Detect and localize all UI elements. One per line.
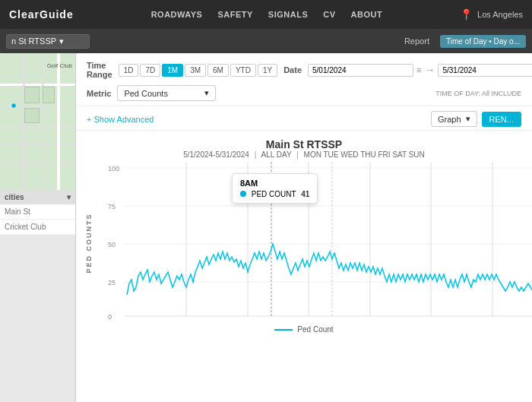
location-select-label: n St RTSSP <box>11 36 56 46</box>
range-1d[interactable]: 1D <box>119 64 139 77</box>
main-container: Golf Club cities ▾ Main St Cricket Club … <box>0 53 532 402</box>
range-1y[interactable]: 1Y <box>258 64 277 77</box>
list-item[interactable]: Cricket Club <box>0 220 75 235</box>
svg-text:25: 25 <box>108 279 116 286</box>
legend-label: Ped Count <box>297 325 333 334</box>
logo-clear: Clear <box>9 8 40 21</box>
chart-legend: Ped Count <box>76 325 532 334</box>
top-navigation: ClearGuide ROADWAYS SAFETY SIGNALS CV AB… <box>0 0 532 29</box>
range-6m[interactable]: 6M <box>207 64 229 77</box>
svg-text:0: 0 <box>108 313 112 321</box>
tooltip-dot-icon <box>240 191 246 197</box>
left-panel: Golf Club cities ▾ Main St Cricket Club <box>0 53 76 402</box>
nav-safety[interactable]: SAFETY <box>217 10 252 19</box>
chevron-down-icon: ▾ <box>59 36 64 46</box>
tooltip-metric-row: PED COUNT 41 <box>240 190 309 198</box>
y-axis-label: PED COUNTS <box>85 213 93 273</box>
controls-row1: Time Range 1D 7D 1M 3M 6M YTD 1Y Date ≡ … <box>87 61 521 79</box>
time-range-buttons: 1D 7D 1M 3M 6M YTD 1Y <box>119 64 278 77</box>
chart-container: PED COUNTS 100 75 50 25 0 <box>84 162 524 324</box>
logo-guide: Guide <box>40 8 74 21</box>
range-3m[interactable]: 3M <box>185 64 206 77</box>
graph-type-label: Graph <box>438 115 461 124</box>
chart-title: Main St RTSSP <box>76 138 532 150</box>
map-area[interactable]: Golf Club <box>0 53 75 190</box>
graph-chevron-icon: ▾ <box>466 114 470 124</box>
date-arrow-icon: → <box>424 64 435 76</box>
range-7d[interactable]: 7D <box>140 64 160 77</box>
metric-label: Metric <box>87 89 111 98</box>
tooltip-time: 8AM <box>240 179 309 188</box>
date-start-input[interactable] <box>308 64 413 77</box>
advanced-row: + Show Advanced Graph ▾ REN... <box>76 106 532 131</box>
render-button[interactable]: REN... <box>482 112 521 127</box>
app-logo[interactable]: ClearGuide <box>9 8 74 21</box>
date-label: Date <box>283 65 302 74</box>
chart-days: MON TUE WED THU FRI SAT SUN <box>304 150 425 159</box>
map-location-dot <box>11 103 17 109</box>
calendar-icon: ≡ <box>416 65 421 74</box>
time-range-label: Time Range <box>87 61 112 79</box>
nav-signals[interactable]: SIGNALS <box>268 10 308 19</box>
sub-toolbar: n St RTSSP ▾ Report Time of Day • Day o.… <box>0 29 532 53</box>
nav-about[interactable]: ABOUT <box>351 10 383 19</box>
nav-roadways[interactable]: ROADWAYS <box>151 10 203 19</box>
svg-text:100: 100 <box>108 165 119 173</box>
location-list-header[interactable]: cities ▾ <box>0 190 75 204</box>
report-button[interactable]: Report <box>400 35 434 47</box>
time-of-day-button[interactable]: Time of Day • Day o... <box>440 35 526 48</box>
range-1m[interactable]: 1M <box>162 64 183 77</box>
tod-filter-text: TIME OF DAY: All INCLUDE <box>222 90 521 97</box>
cities-label: cities <box>5 193 24 201</box>
controls-row2: Metric Ped Counts ▾ TIME OF DAY: All INC… <box>87 85 521 101</box>
right-panel: Time Range 1D 7D 1M 3M 6M YTD 1Y Date ≡ … <box>76 53 532 402</box>
list-item[interactable]: Main St <box>0 204 75 220</box>
nav-links: ROADWAYS SAFETY SIGNALS CV ABOUT <box>92 10 442 19</box>
metric-value: Ped Counts <box>124 89 167 98</box>
controls-area: Time Range 1D 7D 1M 3M 6M YTD 1Y Date ≡ … <box>76 53 532 106</box>
chart-day-label: ALL DAY <box>261 150 292 159</box>
chart-date-range: 5/1/2024-5/31/2024 <box>183 150 249 159</box>
chart-svg: 100 75 50 25 0 <box>108 162 532 321</box>
metric-select[interactable]: Ped Counts ▾ <box>117 85 216 101</box>
svg-text:50: 50 <box>108 241 116 248</box>
pin-icon: 📍 <box>460 8 473 21</box>
item-line2: Main St <box>5 207 30 216</box>
item-line2: Cricket Club <box>5 223 46 231</box>
range-ytd[interactable]: YTD <box>230 64 256 77</box>
metric-chevron-icon: ▾ <box>204 88 209 98</box>
location-label: Los Angeles <box>477 10 523 19</box>
tooltip-value: 41 <box>301 190 309 198</box>
legend-line-icon <box>274 329 293 331</box>
nav-cv[interactable]: CV <box>323 10 335 19</box>
location-select[interactable]: n St RTSSP ▾ <box>6 34 90 49</box>
nav-right: 📍 Los Angeles <box>460 8 523 21</box>
chart-subtitle: 5/1/2024-5/31/2024 | ALL DAY | MON TUE W… <box>76 150 532 159</box>
location-list: Main St Cricket Club <box>0 204 75 235</box>
svg-text:75: 75 <box>108 203 116 210</box>
map-golf-label: Golf Club <box>47 62 72 69</box>
chart-tooltip: 8AM PED COUNT 41 <box>232 173 318 204</box>
date-range: ≡ → ≡ <box>308 64 532 77</box>
cities-chevron-icon: ▾ <box>67 193 71 201</box>
show-advanced-link[interactable]: + Show Advanced <box>87 115 154 124</box>
chart-area: Main St RTSSP 5/1/2024-5/31/2024 | ALL D… <box>76 131 532 402</box>
graph-type-select[interactable]: Graph ▾ <box>431 111 477 127</box>
tooltip-metric-label: PED COUNT <box>252 190 296 198</box>
date-end-input[interactable] <box>438 64 532 77</box>
